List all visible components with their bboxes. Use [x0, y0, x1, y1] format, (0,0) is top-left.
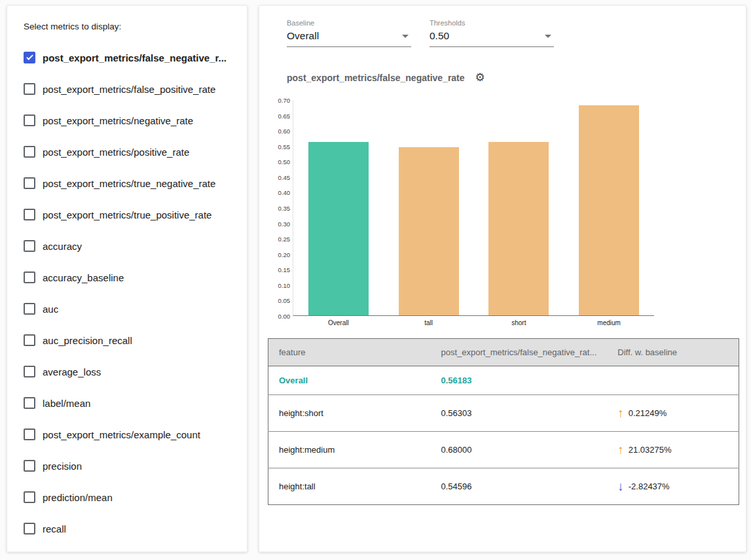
table-header-row: feature post_export_metrics/false_negati…: [268, 339, 739, 366]
metrics-table-body: Overall0.56183height:short0.56303↑0.2124…: [268, 366, 739, 505]
metric-value-cell: 0.54596: [431, 468, 608, 505]
metric-item[interactable]: accuracy: [24, 230, 247, 262]
bar-short[interactable]: [488, 142, 549, 315]
diff-cell: [607, 366, 739, 395]
table-row[interactable]: height:tall0.54596↓-2.82437%: [268, 468, 739, 505]
metric-item[interactable]: auc_precision_recall: [24, 324, 247, 356]
metric-item[interactable]: prediction/mean: [24, 481, 247, 513]
metric-item[interactable]: recall: [24, 513, 247, 544]
checkbox-unchecked[interactable]: [24, 429, 35, 440]
thresholds-dropdown-label: Thresholds: [430, 19, 554, 27]
checkbox-unchecked[interactable]: [24, 209, 35, 220]
bars: Overalltallshortmedium: [293, 100, 654, 315]
checkbox-unchecked[interactable]: [24, 366, 35, 377]
y-axis-tick-label: 0.70: [278, 97, 291, 104]
bar-medium[interactable]: [579, 105, 639, 315]
metric-selector-title: Select metrics to display:: [24, 22, 247, 31]
checkbox-unchecked[interactable]: [24, 460, 35, 472]
metric-item[interactable]: post_export_metrics/false_positive_rate: [24, 73, 247, 105]
y-axis-tick-label: 0.25: [278, 236, 291, 243]
metric-label: post_export_metrics/false_negative_r...: [43, 52, 227, 63]
metric-item[interactable]: post_export_metrics/true_negative_rate: [24, 167, 247, 199]
metric-label: prediction/mean: [43, 492, 113, 503]
bar-slot: short: [474, 100, 564, 315]
y-axis-tick-label: 0.05: [278, 297, 291, 304]
feature-cell: height:short: [268, 395, 431, 432]
metric-label: post_export_metrics/positive_rate: [43, 147, 189, 158]
y-axis-tick-label: 0.50: [278, 158, 291, 166]
thresholds-dropdown[interactable]: Thresholds 0.50: [430, 19, 554, 47]
x-axis-label: short: [474, 319, 564, 326]
metric-label: post_export_metrics/example_count: [43, 429, 200, 440]
chart-title: post_export_metrics/false_negative_rate: [287, 73, 465, 83]
metric-item[interactable]: post_export_metrics/negative_rate: [24, 105, 247, 136]
header-feature: feature: [268, 339, 431, 366]
diff-indicator: ↑0.21249%: [617, 407, 728, 419]
y-axis-tick-label: 0.60: [278, 128, 291, 135]
y-axis-tick-label: 0.20: [278, 251, 291, 258]
y-axis-tick-label: 0.65: [278, 112, 291, 119]
feature-cell: Overall: [268, 366, 431, 395]
metric-item[interactable]: auc: [24, 293, 247, 324]
diff-cell: ↑21.03275%: [607, 432, 739, 468]
checkbox-unchecked[interactable]: [24, 146, 35, 158]
metric-label: post_export_metrics/true_positive_rate: [43, 209, 211, 220]
up-arrow-icon: ↑: [617, 407, 624, 419]
dropdown-arrow-icon: [545, 35, 551, 38]
metric-label: accuracy_baseline: [43, 272, 124, 283]
metric-label: post_export_metrics/false_positive_rate: [43, 84, 215, 95]
feature-cell: height:medium: [268, 432, 431, 468]
up-arrow-icon: ↑: [617, 444, 624, 456]
header-diff: Diff. w. baseline: [607, 339, 739, 366]
checkbox-unchecked[interactable]: [24, 83, 35, 95]
checkbox-unchecked[interactable]: [24, 177, 35, 189]
metric-value-cell: 0.56303: [431, 395, 608, 432]
down-arrow-icon: ↓: [617, 480, 624, 493]
y-axis-tick-label: 0.55: [278, 143, 291, 150]
y-axis-tick-label: 0.40: [278, 189, 291, 196]
y-axis-tick-label: 0.45: [278, 173, 291, 181]
table-row[interactable]: height:short0.56303↑0.21249%: [268, 395, 739, 432]
checkbox-unchecked[interactable]: [24, 334, 35, 346]
metric-label: auc_precision_recall: [43, 335, 132, 346]
checkbox-unchecked[interactable]: [24, 491, 35, 503]
metrics-table: feature post_export_metrics/false_negati…: [268, 338, 739, 505]
diff-value: 21.03275%: [629, 445, 672, 455]
metric-label: label/mean: [43, 398, 90, 409]
metric-item[interactable]: precision: [24, 450, 247, 481]
x-axis-label: tall: [384, 319, 474, 326]
metric-item[interactable]: average_loss: [24, 356, 247, 387]
feature-cell: height:tall: [268, 468, 431, 505]
checkbox-checked[interactable]: [24, 52, 35, 63]
diff-cell: ↓-2.82437%: [607, 468, 739, 505]
baseline-dropdown-label: Baseline: [287, 19, 411, 27]
settings-gear-icon[interactable]: ⚙: [475, 72, 485, 83]
metric-item[interactable]: label/mean: [24, 387, 247, 419]
thresholds-dropdown-value: 0.50: [430, 30, 449, 42]
metric-item[interactable]: post_export_metrics/true_positive_rate: [24, 199, 247, 230]
checkbox-unchecked[interactable]: [24, 523, 35, 534]
dropdown-arrow-icon: [402, 35, 409, 38]
bar-Overall[interactable]: [308, 142, 369, 315]
y-axis-tick-label: 0.15: [278, 266, 291, 273]
metric-item[interactable]: accuracy_baseline: [24, 262, 247, 293]
checkbox-unchecked[interactable]: [24, 114, 35, 126]
baseline-dropdown[interactable]: Baseline Overall: [287, 19, 411, 47]
checkbox-unchecked[interactable]: [24, 240, 35, 252]
diff-cell: ↑0.21249%: [607, 395, 739, 432]
checkbox-unchecked[interactable]: [24, 271, 35, 283]
metric-item[interactable]: post_export_metrics/positive_rate: [24, 136, 247, 167]
metric-label: post_export_metrics/negative_rate: [43, 115, 193, 126]
metric-label: recall: [43, 523, 66, 534]
bar-chart: 0.000.050.100.150.200.250.300.350.400.45…: [276, 100, 738, 316]
metric-item[interactable]: post_export_metrics/false_negative_r...: [24, 42, 247, 73]
checkbox-unchecked[interactable]: [24, 303, 35, 315]
bar-tall[interactable]: [399, 147, 459, 315]
header-metric-value: post_export_metrics/false_negative_rat..…: [431, 339, 608, 366]
metric-selector-panel: Select metrics to display: post_export_m…: [7, 5, 247, 552]
metric-item[interactable]: post_export_metrics/example_count: [24, 419, 247, 450]
table-row[interactable]: Overall0.56183: [268, 366, 739, 395]
table-row[interactable]: height:medium0.68000↑21.03275%: [268, 432, 739, 468]
checkbox-unchecked[interactable]: [24, 397, 35, 409]
diff-indicator: ↑21.03275%: [617, 444, 728, 456]
